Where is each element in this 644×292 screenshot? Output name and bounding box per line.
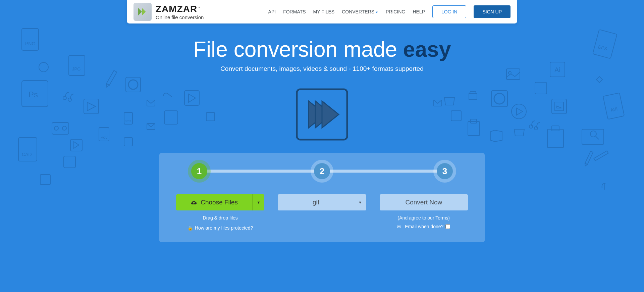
svg-marker-14 bbox=[87, 102, 96, 111]
svg-marker-25 bbox=[74, 142, 79, 148]
terms-text: (And agree to our Terms) bbox=[398, 215, 450, 221]
svg-point-46 bbox=[512, 104, 526, 119]
email-when-done-checkbox[interactable] bbox=[445, 224, 450, 229]
svg-rect-17 bbox=[52, 123, 69, 134]
dragdrop-hint: Drag & drop files bbox=[203, 215, 238, 221]
signup-button[interactable]: SIGN UP bbox=[474, 5, 511, 18]
svg-rect-28 bbox=[124, 112, 132, 124]
svg-marker-1 bbox=[142, 8, 146, 16]
format-value: gif bbox=[278, 194, 354, 210]
svg-rect-41 bbox=[471, 119, 477, 123]
svg-point-12 bbox=[68, 98, 71, 101]
svg-point-11 bbox=[63, 96, 66, 100]
svg-rect-37 bbox=[124, 138, 132, 146]
svg-text:MOV: MOV bbox=[101, 136, 108, 139]
hero-play-icon bbox=[293, 86, 351, 143]
svg-rect-6 bbox=[22, 81, 48, 107]
svg-rect-57 bbox=[552, 126, 559, 131]
svg-rect-20 bbox=[18, 138, 37, 161]
header-bar: ZAMZAR™ Online file conversion API FORMA… bbox=[127, 0, 517, 23]
svg-marker-69 bbox=[584, 163, 587, 167]
svg-rect-26 bbox=[40, 175, 50, 185]
svg-point-65 bbox=[590, 131, 596, 137]
svg-rect-22 bbox=[99, 128, 109, 141]
svg-rect-36 bbox=[147, 124, 155, 130]
files-protected-link[interactable]: 🔒How are my files protected? bbox=[187, 225, 253, 231]
step-indicator: 1 2 3 bbox=[176, 163, 468, 179]
main-nav: API FORMATS MY FILES CONVERTERS▼ PRICING… bbox=[268, 5, 511, 18]
nav-converters[interactable]: CONVERTERS▼ bbox=[342, 9, 378, 14]
svg-rect-52 bbox=[555, 102, 564, 111]
logo-icon bbox=[133, 3, 152, 21]
converter-panel: 1 2 3 Choose Files ▼ Drag & drop files 🔒… bbox=[159, 153, 485, 242]
svg-rect-42 bbox=[491, 91, 507, 107]
svg-rect-56 bbox=[547, 129, 564, 148]
svg-point-19 bbox=[62, 126, 66, 130]
format-select[interactable]: gif ▼ bbox=[278, 194, 366, 210]
svg-marker-73 bbox=[322, 101, 339, 128]
nav-formats[interactable]: FORMATS bbox=[283, 9, 306, 14]
svg-rect-15 bbox=[126, 77, 141, 92]
trademark: ™ bbox=[197, 6, 201, 9]
svg-marker-47 bbox=[517, 108, 523, 115]
svg-text:Ps: Ps bbox=[29, 90, 38, 99]
svg-point-55 bbox=[534, 127, 538, 130]
choose-files-button[interactable]: Choose Files bbox=[176, 194, 252, 210]
svg-rect-67 bbox=[594, 151, 608, 160]
step-2: 2 bbox=[314, 163, 330, 179]
brand-name: ZAMZAR bbox=[156, 4, 197, 14]
svg-point-54 bbox=[529, 125, 533, 128]
svg-line-66 bbox=[596, 136, 599, 139]
svg-marker-53 bbox=[557, 106, 561, 108]
step-1: 1 bbox=[191, 163, 207, 179]
svg-rect-50 bbox=[535, 82, 547, 94]
email-when-done-label: Email when done? bbox=[405, 224, 443, 229]
svg-marker-33 bbox=[189, 94, 196, 102]
nav-api[interactable]: API bbox=[268, 9, 276, 14]
svg-rect-51 bbox=[552, 99, 567, 114]
nav-myfiles[interactable]: MY FILES bbox=[313, 9, 335, 14]
svg-rect-40 bbox=[468, 121, 480, 136]
terms-link[interactable]: Terms bbox=[435, 215, 448, 221]
svg-rect-63 bbox=[603, 93, 624, 119]
svg-point-16 bbox=[128, 80, 138, 89]
svg-rect-13 bbox=[84, 99, 99, 114]
svg-rect-32 bbox=[184, 91, 199, 105]
svg-rect-35 bbox=[206, 112, 215, 121]
nav-pricing[interactable]: PRICING bbox=[386, 9, 405, 14]
hero-subtitle: Convert documents, images, videos & soun… bbox=[7, 65, 637, 72]
login-button[interactable]: LOG IN bbox=[432, 5, 466, 18]
svg-text:CAD: CAD bbox=[22, 152, 32, 157]
svg-rect-38 bbox=[434, 100, 442, 106]
svg-rect-58 bbox=[582, 129, 604, 144]
svg-marker-10 bbox=[105, 84, 109, 88]
logo[interactable]: ZAMZAR™ Online file conversion bbox=[133, 3, 204, 21]
cloud-upload-icon bbox=[191, 199, 197, 205]
svg-rect-31 bbox=[147, 100, 155, 106]
svg-point-43 bbox=[494, 93, 505, 104]
svg-rect-39 bbox=[451, 111, 461, 121]
svg-rect-34 bbox=[164, 111, 178, 124]
nav-help[interactable]: HELP bbox=[413, 9, 425, 14]
svg-text:MP3: MP3 bbox=[125, 119, 131, 122]
lock-icon: 🔒 bbox=[187, 226, 193, 231]
svg-text:AVI: AVI bbox=[610, 106, 618, 113]
svg-rect-24 bbox=[70, 139, 82, 151]
chevron-down-icon[interactable]: ▼ bbox=[354, 194, 366, 210]
svg-rect-27 bbox=[64, 156, 75, 168]
hero: File conversion made easy Convert docume… bbox=[0, 23, 644, 79]
svg-marker-0 bbox=[138, 8, 142, 16]
choose-files-dropdown[interactable]: ▼ bbox=[252, 194, 264, 210]
svg-point-18 bbox=[54, 126, 58, 130]
brand-tagline: Online file conversion bbox=[156, 14, 204, 20]
hero-title: File conversion made easy bbox=[7, 37, 637, 62]
step-3: 3 bbox=[437, 163, 453, 179]
svg-line-30 bbox=[169, 94, 172, 98]
convert-button[interactable]: Convert Now bbox=[380, 194, 468, 210]
chevron-down-icon: ▼ bbox=[375, 11, 378, 14]
mail-icon: ✉ bbox=[397, 224, 401, 229]
svg-rect-68 bbox=[585, 151, 593, 164]
